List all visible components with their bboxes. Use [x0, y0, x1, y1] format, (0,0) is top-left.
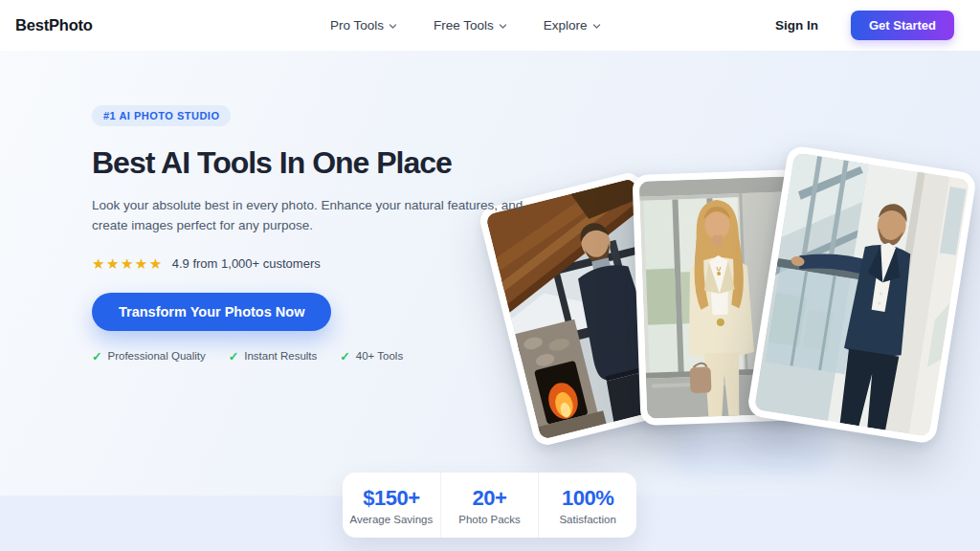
nav-item-free-tools[interactable]: Free Tools [434, 18, 507, 33]
top-navbar: BestPhoto Pro Tools Free Tools Explore [0, 0, 980, 51]
brand-logo[interactable]: BestPhoto [15, 16, 93, 34]
feature-40-tools: ✓ 40+ Tools [340, 349, 403, 364]
photo-card-suit-man [746, 144, 977, 445]
stat-label: Photo Packs [458, 514, 521, 525]
stats-card: $150+ Average Savings 20+ Photo Packs 10… [343, 473, 636, 538]
check-icon: ✓ [340, 349, 349, 364]
stat-value: 100% [562, 486, 613, 511]
sign-in-link[interactable]: Sign In [775, 18, 818, 33]
nav-item-label: Pro Tools [330, 18, 384, 33]
check-icon: ✓ [92, 349, 101, 364]
feature-instant-results: ✓ Instant Results [229, 349, 318, 364]
hero-section: #1 AI PHOTO STUDIO Best AI Tools In One … [0, 51, 980, 496]
feature-professional-quality: ✓ Professional Quality [92, 349, 206, 364]
feature-label: 40+ Tools [356, 350, 403, 362]
nav-item-label: Free Tools [434, 18, 494, 33]
transform-photos-button[interactable]: Transform Your Photos Now [92, 293, 331, 331]
hero-badge: #1 AI PHOTO STUDIO [92, 105, 231, 126]
stat-satisfaction: 100% Satisfaction [538, 473, 636, 538]
get-started-button[interactable]: Get Started [851, 11, 954, 40]
stat-value: 20+ [473, 486, 507, 511]
landing-page: BestPhoto Pro Tools Free Tools Explore [0, 0, 980, 551]
nav-item-pro-tools[interactable]: Pro Tools [330, 18, 397, 33]
chevron-down-icon [499, 22, 507, 31]
hero-copy: #1 AI PHOTO STUDIO Best AI Tools In One … [92, 105, 570, 364]
stat-label: Satisfaction [559, 514, 615, 525]
nav-item-explore[interactable]: Explore [544, 18, 601, 33]
decorative-glow [670, 430, 833, 475]
photo-suit-man-illustration [754, 152, 969, 437]
feature-label: Professional Quality [107, 350, 205, 362]
stat-average-savings: $150+ Average Savings [343, 473, 440, 538]
page-title: Best AI Tools In One Place [92, 145, 570, 181]
check-icon: ✓ [229, 349, 238, 364]
chevron-down-icon [592, 22, 601, 31]
chevron-down-icon [389, 22, 397, 31]
rating-row: ★★★★★ 4.9 from 1,000+ customers [92, 255, 570, 273]
hero-subtitle: Look your absolute best in every photo. … [92, 196, 561, 236]
stat-photo-packs: 20+ Photo Packs [440, 473, 539, 538]
nav-item-label: Explore [544, 18, 588, 33]
nav-links: Pro Tools Free Tools Explore [330, 0, 601, 51]
rating-text: 4.9 from 1,000+ customers [172, 256, 321, 271]
stat-value: $150+ [363, 486, 419, 511]
feature-list: ✓ Professional Quality ✓ Instant Results… [92, 349, 570, 364]
star-rating-icons: ★★★★★ [92, 255, 164, 273]
stat-label: Average Savings [349, 514, 433, 525]
nav-actions: Sign In Get Started [775, 0, 954, 51]
feature-label: Instant Results [244, 350, 317, 362]
